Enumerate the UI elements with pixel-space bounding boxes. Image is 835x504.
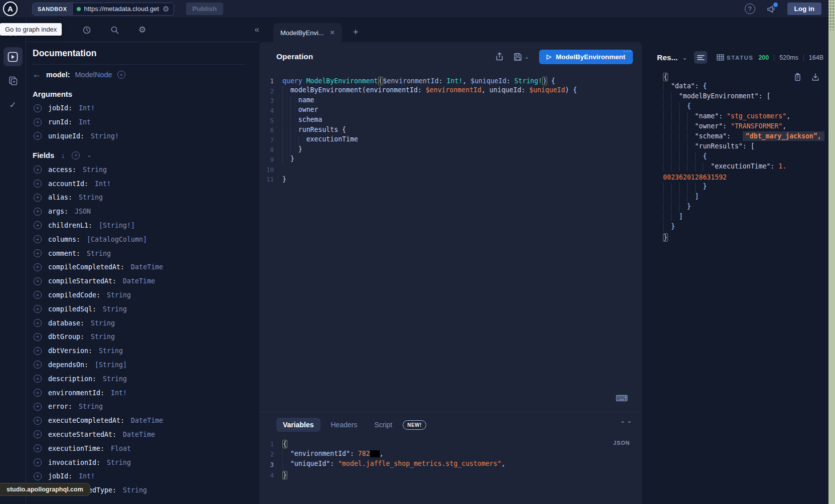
field-type[interactable]: [String!] <box>99 222 135 229</box>
field-type[interactable]: String <box>107 459 131 466</box>
tab-script[interactable]: Script <box>368 418 399 432</box>
field-type[interactable]: DateTime <box>131 417 163 424</box>
copy-response-icon[interactable] <box>794 73 801 81</box>
save-menu-chevron-icon[interactable]: ⌄ <box>525 54 529 60</box>
field-row[interactable]: error: String <box>33 400 259 414</box>
add-argument-icon[interactable] <box>34 132 42 140</box>
add-field-icon[interactable] <box>34 208 42 216</box>
field-type[interactable]: String <box>87 250 111 257</box>
field-row[interactable]: executeCompletedAt: DateTime <box>33 414 259 428</box>
add-field-icon[interactable] <box>34 417 42 425</box>
add-field-icon[interactable] <box>34 333 42 341</box>
operation-tab[interactable]: ModelByEnvi... ✕ <box>273 23 342 42</box>
announcements-button[interactable] <box>766 5 776 14</box>
field-row[interactable]: jobId: Int! <box>33 469 259 483</box>
endpoint-url-box[interactable]: https://metadata.cloud.get ⚙ <box>73 3 174 15</box>
field-type[interactable]: DateTime <box>131 263 163 271</box>
sort-fields-icon[interactable]: ↓ <box>61 151 65 159</box>
field-type[interactable]: String <box>83 166 107 174</box>
history-icon[interactable] <box>82 26 91 35</box>
field-row[interactable]: executeStartedAt: DateTime <box>33 428 259 442</box>
add-field-icon[interactable] <box>34 319 42 327</box>
argument-row[interactable]: jobId: Int! <box>33 101 259 115</box>
field-row[interactable]: compileCompletedAt: DateTime <box>33 260 259 274</box>
argument-row[interactable]: runId: Int <box>33 115 259 129</box>
apollo-logo[interactable]: A <box>3 2 18 16</box>
add-field-icon[interactable] <box>34 305 42 313</box>
field-type[interactable]: String <box>99 347 123 355</box>
field-type[interactable]: String <box>103 305 127 313</box>
add-field-icon[interactable] <box>34 430 42 438</box>
add-field-icon[interactable] <box>34 403 42 411</box>
add-field-icon[interactable] <box>34 277 42 285</box>
field-type[interactable]: JSON <box>75 208 91 215</box>
field-row[interactable]: accountId: Int! <box>33 177 259 191</box>
query-editor[interactable]: 1query ModelByEnvironment($environmentId… <box>259 71 642 412</box>
field-type[interactable]: [CatalogColumn] <box>87 236 147 243</box>
share-operation-button[interactable] <box>495 52 504 61</box>
field-type[interactable]: String <box>91 319 115 327</box>
add-to-query-icon[interactable] <box>117 71 125 79</box>
run-operation-button[interactable]: ▷ ModelByEnvironment <box>539 50 633 64</box>
add-field-icon[interactable] <box>34 458 42 466</box>
field-row[interactable]: access: String <box>33 162 259 177</box>
field-type[interactable]: String <box>107 291 131 299</box>
argument-type[interactable]: Int! <box>79 104 95 112</box>
field-row[interactable]: alias: String <box>33 191 259 205</box>
publish-button[interactable]: Publish <box>186 3 224 15</box>
add-field-icon[interactable] <box>34 347 42 355</box>
field-type[interactable]: Int! <box>111 389 127 397</box>
endpoint-settings-gear-icon[interactable]: ⚙ <box>162 5 169 13</box>
operation-options-button[interactable]: ••• <box>623 48 632 54</box>
explorer-nav-button[interactable] <box>4 47 23 66</box>
add-field-icon[interactable] <box>34 180 42 188</box>
collapse-panel-icon[interactable]: « <box>255 25 259 35</box>
close-tab-icon[interactable]: ✕ <box>330 29 335 36</box>
field-type[interactable]: DateTime <box>123 277 155 285</box>
field-row[interactable]: columns: [CatalogColumn] <box>33 232 259 246</box>
new-tab-button[interactable]: + <box>353 27 359 38</box>
response-menu-chevron-icon[interactable]: ⌄ <box>682 54 687 61</box>
add-field-icon[interactable] <box>34 165 42 174</box>
response-format-table-toggle[interactable] <box>714 51 727 64</box>
back-arrow-icon[interactable]: ← <box>33 70 41 80</box>
add-field-icon[interactable] <box>34 444 42 452</box>
add-field-icon[interactable] <box>34 291 42 299</box>
collections-nav-button[interactable] <box>4 71 23 90</box>
breadcrumb-type-link[interactable]: ModelNode <box>75 71 112 79</box>
field-type[interactable]: String <box>123 486 147 494</box>
help-icon[interactable]: ? <box>745 4 755 14</box>
field-type[interactable]: String <box>79 194 103 201</box>
field-row[interactable]: environmentId: Int! <box>33 386 259 400</box>
field-type[interactable]: [String] <box>95 361 127 369</box>
login-button[interactable]: Log in <box>787 3 822 15</box>
field-type[interactable]: String <box>103 375 127 383</box>
add-argument-icon[interactable] <box>34 118 42 126</box>
collapse-variables-icon[interactable]: ⌄ ⌄ <box>620 419 632 423</box>
keyboard-shortcuts-icon[interactable]: ⌨ <box>615 393 628 404</box>
field-type[interactable]: String <box>91 333 115 341</box>
field-row[interactable]: compileStartedAt: DateTime <box>33 274 259 288</box>
field-row[interactable]: compiledCode: String <box>33 288 259 302</box>
variables-editor[interactable]: 1{2"environmentId": 782,3"uniqueId": "mo… <box>259 439 642 480</box>
tab-headers[interactable]: Headers <box>324 418 364 432</box>
field-row[interactable]: dbtVersion: String <box>33 344 259 358</box>
fields-menu-chevron-icon[interactable]: ⌄ <box>87 152 91 158</box>
field-row[interactable]: dependsOn: [String] <box>33 358 259 372</box>
field-type[interactable]: Float <box>111 445 131 452</box>
field-row[interactable]: database: String <box>33 316 259 330</box>
field-row[interactable]: compiledSql: String <box>33 302 259 316</box>
search-icon[interactable] <box>110 26 119 35</box>
checks-nav-button[interactable]: ✓ <box>4 95 23 114</box>
add-field-icon[interactable] <box>34 249 42 257</box>
field-type[interactable]: DateTime <box>123 431 155 438</box>
add-field-icon[interactable] <box>34 472 42 480</box>
add-field-icon[interactable] <box>34 221 42 229</box>
add-field-icon[interactable] <box>34 375 42 383</box>
add-field-icon[interactable] <box>34 361 42 369</box>
response-json[interactable]: {"data": {"modelByEnvironment": [{"name"… <box>642 72 828 242</box>
field-type[interactable]: Int! <box>95 180 111 188</box>
field-type[interactable]: Int! <box>79 472 95 480</box>
response-format-json-toggle[interactable] <box>694 51 707 64</box>
save-operation-button[interactable]: ⌄ <box>514 53 529 61</box>
